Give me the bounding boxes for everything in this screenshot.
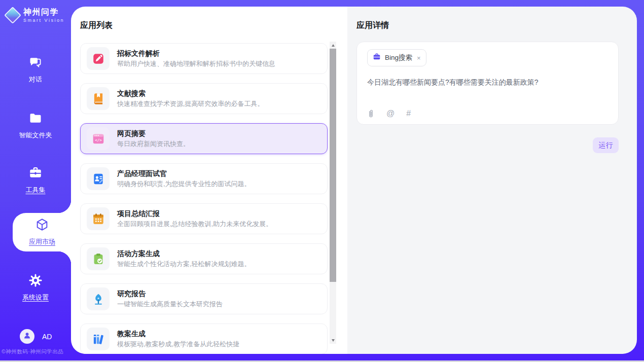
user-account[interactable]: AD xyxy=(20,329,52,344)
app-card[interactable]: 活动方案生成智能生成个性化活动方案,轻松解决规划难题。 xyxy=(80,243,328,274)
bid-doc-icon xyxy=(87,47,110,70)
brand-logo: 神州问学 Smart Vision xyxy=(0,8,71,23)
run-button[interactable]: 运行 xyxy=(593,137,619,153)
scrollbar-up-button[interactable] xyxy=(330,42,336,49)
app-description: 快速精准查找学术资源,提高研究效率的必备工具。 xyxy=(117,100,264,108)
app-name: 文献搜索 xyxy=(117,89,264,98)
app-name: 产品经理面试官 xyxy=(117,169,251,178)
brand-name: 神州问学 xyxy=(23,8,64,17)
app-list-title: 应用列表 xyxy=(80,20,347,30)
sidebar-selected-bubble: 应用市场 xyxy=(13,213,71,251)
input-toolbar: @ # xyxy=(367,109,411,118)
svg-text:</>: </> xyxy=(95,137,102,142)
app-list-panel: 应用列表 招标文件解析帮助用户快速、准确地理解和解析招标书中的关键信息文献搜索快… xyxy=(71,7,347,354)
app-name: 网页摘要 xyxy=(117,129,190,138)
app-card[interactable]: 文献搜索快速精准查找学术资源,提高研究效率的必备工具。 xyxy=(80,83,328,114)
calendar-icon xyxy=(87,207,110,230)
app-description: 智能生成个性化活动方案,轻松解决规划难题。 xyxy=(117,260,251,268)
scrollbar[interactable] xyxy=(330,42,336,344)
sidebar: 神州问学 Smart Vision 对话 智能文件夹 工具集 应用市场 系统设置 xyxy=(0,0,71,360)
app-card[interactable]: 教案生成模板驱动,教案秒成,教学准备从此轻松快捷 xyxy=(80,323,328,354)
user-icon xyxy=(23,331,31,342)
main-content: 应用列表 招标文件解析帮助用户快速、准确地理解和解析招标书中的关键信息文献搜索快… xyxy=(71,7,637,354)
sidebar-item-app-market[interactable]: 应用市场 xyxy=(7,218,78,246)
app-description: 模板驱动,教案秒成,教学准备从此轻松快捷 xyxy=(117,340,239,348)
hash-icon[interactable]: # xyxy=(406,110,411,118)
app-description: 全面回顾项目进展,总结经验教训,助力未来优化发展。 xyxy=(117,220,272,228)
briefcase-icon xyxy=(373,53,381,63)
app-description: 一键智能生成高质量长文本研究报告 xyxy=(117,300,223,308)
sidebar-item-label: 智能文件夹 xyxy=(19,131,52,140)
sidebar-item-toolset[interactable]: 工具集 xyxy=(0,166,71,195)
app-detail-panel: 应用详情 Bing搜索 × 今日湖北有哪些新闻要点?有哪些需要关注的最新政策? … xyxy=(347,7,637,354)
interview-icon xyxy=(87,167,110,190)
arrow-up-icon xyxy=(332,44,335,47)
app-card[interactable]: </>网页摘要每日政府新闻资讯快查。 xyxy=(80,123,328,154)
toolbox-icon xyxy=(28,166,43,182)
app-window: 神州问学 Smart Vision 对话 智能文件夹 工具集 应用市场 系统设置 xyxy=(0,0,644,362)
sidebar-item-settings[interactable]: 系统设置 xyxy=(0,273,71,302)
run-row: 运行 xyxy=(356,137,619,153)
books-icon xyxy=(87,328,110,350)
app-name: 教案生成 xyxy=(117,330,239,338)
app-name: 研究报告 xyxy=(117,289,223,298)
ink-pen-icon xyxy=(87,287,110,310)
clipboard-check-icon xyxy=(87,247,110,270)
app-name: 活动方案生成 xyxy=(117,249,251,258)
book-icon xyxy=(87,87,110,110)
app-description: 每日政府新闻资讯快查。 xyxy=(117,140,190,148)
app-card[interactable]: 项目总结汇报全面回顾项目进展,总结经验教训,助力未来优化发展。 xyxy=(80,203,328,234)
sidebar-item-label: 工具集 xyxy=(26,186,46,195)
query-input[interactable]: 今日湖北有哪些新闻要点?有哪些需要关注的最新政策? xyxy=(367,77,608,87)
brand-diamond-icon xyxy=(4,7,21,24)
scrollbar-thumb[interactable] xyxy=(330,49,336,282)
sidebar-item-label: 系统设置 xyxy=(22,293,49,302)
sidebar-item-label: 应用市场 xyxy=(29,237,55,246)
webpage-icon: </> xyxy=(87,127,110,150)
folder-icon xyxy=(28,111,43,127)
app-card[interactable]: 研究报告一键智能生成高质量长文本研究报告 xyxy=(80,283,328,314)
at-icon[interactable]: @ xyxy=(386,110,395,118)
scrollbar-down-button[interactable] xyxy=(330,337,336,344)
brand-subtitle: Smart Vision xyxy=(23,18,64,23)
close-icon[interactable]: × xyxy=(417,55,421,61)
tool-tag-label: Bing搜索 xyxy=(385,53,412,62)
paperclip-icon[interactable] xyxy=(367,109,375,118)
app-description: 明确身份和职责,为您提供专业性的面试问题。 xyxy=(117,180,251,188)
avatar xyxy=(20,329,34,344)
app-list: 招标文件解析帮助用户快速、准确地理解和解析招标书中的关键信息文献搜索快速精准查找… xyxy=(80,43,328,354)
app-card[interactable]: 产品经理面试官明确身份和职责,为您提供专业性的面试问题。 xyxy=(80,163,328,194)
prompt-card: Bing搜索 × 今日湖北有哪些新闻要点?有哪些需要关注的最新政策? @ # xyxy=(356,42,619,125)
user-initials: AD xyxy=(42,333,52,341)
app-name: 项目总结汇报 xyxy=(117,209,272,218)
arrow-down-icon xyxy=(332,339,335,342)
sidebar-item-smart-folder[interactable]: 智能文件夹 xyxy=(0,111,71,140)
app-name: 招标文件解析 xyxy=(117,49,275,58)
gear-icon xyxy=(28,273,43,289)
cube-icon xyxy=(35,218,49,234)
app-detail-title: 应用详情 xyxy=(356,20,619,30)
chat-icon xyxy=(28,55,43,71)
sidebar-item-label: 对话 xyxy=(29,75,42,84)
app-description: 帮助用户快速、准确地理解和解析招标书中的关键信息 xyxy=(117,60,275,68)
app-card[interactable]: 招标文件解析帮助用户快速、准确地理解和解析招标书中的关键信息 xyxy=(80,43,328,74)
copyright-footer: ©神州数码·神州问学出品 xyxy=(2,348,63,355)
tool-tag-bing-search[interactable]: Bing搜索 × xyxy=(367,49,426,66)
sidebar-item-chat[interactable]: 对话 xyxy=(0,55,71,84)
